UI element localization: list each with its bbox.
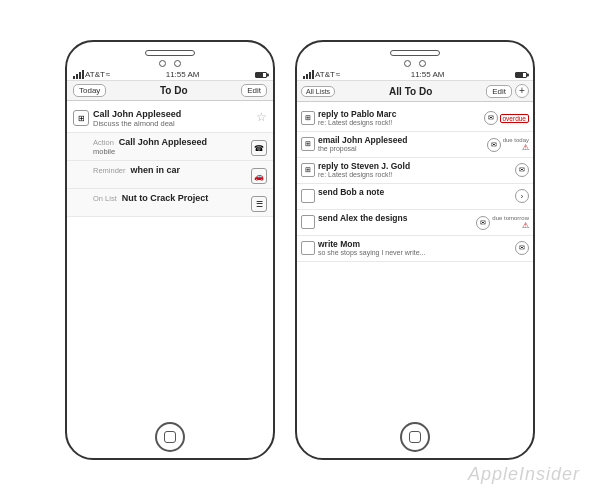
overdue-tag-1: overdue: [500, 114, 530, 123]
star-icon-1: ☆: [256, 111, 267, 123]
rtodo-title-1: reply to Pablo Marc: [318, 109, 481, 119]
cameras-left: [159, 60, 181, 67]
cameras-right: [404, 60, 426, 67]
status-bar-right: AT&T ≈ 11:55 AM: [297, 69, 533, 81]
todo-list-right: ⊞ reply to Pablo Marc re: Latest designs…: [297, 102, 533, 416]
nav-bar-right: All Lists All To Do Edit +: [297, 81, 533, 102]
camera-dot-4: [419, 60, 426, 67]
page-container: AT&T ≈ 11:55 AM Today To Do Edit ⊞ Call …: [0, 0, 600, 500]
wifi-right: ≈: [336, 70, 340, 79]
item-sub-2: mobile: [93, 147, 247, 156]
phone-top-right: [297, 42, 533, 69]
wifi-left: ≈: [106, 70, 110, 79]
phone-top-left: [67, 42, 273, 69]
nav-title-left: To Do: [160, 85, 188, 96]
mail-badge-r2: ✉: [487, 138, 501, 152]
mail-badge-r5: ✉: [476, 216, 490, 230]
battery-right: [515, 72, 527, 78]
back-button-right[interactable]: All Lists: [301, 86, 335, 97]
grid-icon-r1: ⊞: [301, 111, 315, 125]
checkbox-r6[interactable]: [301, 241, 315, 255]
car-icon: 🚗: [251, 168, 267, 184]
edit-button-left[interactable]: Edit: [241, 84, 267, 97]
chevron-badge-r4: ›: [515, 189, 529, 203]
home-inner-left: [164, 431, 176, 443]
speaker-left: [145, 50, 195, 56]
grid-icon-r2: ⊞: [301, 137, 315, 151]
mail-badge-r1: ✉: [484, 111, 498, 125]
item-title-1: Call John Appleseed: [93, 109, 252, 119]
todo-item-1[interactable]: ⊞ Call John Appleseed Discuss the almond…: [67, 105, 273, 133]
item-title-3: when in car: [131, 165, 181, 175]
watermark: AppleInsider: [468, 464, 580, 485]
camera-dot-2: [174, 60, 181, 67]
rtodo-sub-2: the proposal: [318, 145, 484, 152]
battery-left: [255, 72, 267, 78]
action-label: Action: [93, 138, 114, 147]
checkbox-r4[interactable]: [301, 189, 315, 203]
rtodo-title-5: send Alex the designs: [318, 213, 473, 223]
phone-left: AT&T ≈ 11:55 AM Today To Do Edit ⊞ Call …: [65, 40, 275, 460]
signal-bars-left: [73, 70, 84, 79]
rtodo-sub-3: re: Latest designs rock!!: [318, 171, 512, 178]
todo-list-left: ⊞ Call John Appleseed Discuss the almond…: [67, 101, 273, 416]
time-right: 11:55 AM: [411, 70, 445, 79]
phone-icon: ☎: [251, 140, 267, 156]
nav-bar-left: Today To Do Edit: [67, 81, 273, 101]
grid-icon-1: ⊞: [73, 110, 89, 126]
signal-bars-right: [303, 70, 314, 79]
rtodo-item-6[interactable]: write Mom so she stops saying I never wr…: [297, 236, 533, 262]
camera-dot-3: [404, 60, 411, 67]
warn-icon-2: ⚠: [522, 143, 529, 152]
rtodo-sub-1: re: Latest designs rock!!: [318, 119, 481, 126]
camera-dot-1: [159, 60, 166, 67]
status-bar-left: AT&T ≈ 11:55 AM: [67, 69, 273, 81]
onlist-label: On List: [93, 194, 117, 203]
rtodo-item-3[interactable]: ⊞ reply to Steven J. Gold re: Latest des…: [297, 158, 533, 184]
rtodo-item-5[interactable]: send Alex the designs ✉ due tomorrow ⚠: [297, 210, 533, 236]
todo-item-3[interactable]: Reminder when in car 🚗: [67, 161, 273, 189]
rtodo-item-2[interactable]: ⊞ email John Appleseed the proposal ✉ du…: [297, 132, 533, 158]
todo-item-4[interactable]: On List Nut to Crack Project ☰: [67, 189, 273, 217]
carrier-left: AT&T: [85, 70, 105, 79]
rtodo-sub-6: so she stops saying I never write...: [318, 249, 512, 256]
carrier-right: AT&T: [315, 70, 335, 79]
mail-badge-r3: ✉: [515, 163, 529, 177]
rtodo-title-3: reply to Steven J. Gold: [318, 161, 512, 171]
rtodo-item-1[interactable]: ⊞ reply to Pablo Marc re: Latest designs…: [297, 106, 533, 132]
nav-title-right: All To Do: [389, 86, 432, 97]
home-button-right[interactable]: [400, 422, 430, 452]
item-sub-1: Discuss the almond deal: [93, 119, 252, 128]
rtodo-title-2: email John Appleseed: [318, 135, 484, 145]
todo-item-2[interactable]: Action Call John Appleseed mobile ☎: [67, 133, 273, 161]
rtodo-item-4[interactable]: send Bob a note ›: [297, 184, 533, 210]
rtodo-title-6: write Mom: [318, 239, 512, 249]
home-inner-right: [409, 431, 421, 443]
checkbox-r5[interactable]: [301, 215, 315, 229]
speaker-right: [390, 50, 440, 56]
rtodo-title-4: send Bob a note: [318, 187, 512, 197]
plus-button-right[interactable]: +: [515, 84, 529, 98]
phone-right: AT&T ≈ 11:55 AM All Lists All To Do Edit…: [295, 40, 535, 460]
home-button-left[interactable]: [155, 422, 185, 452]
grid-icon-r3: ⊞: [301, 163, 315, 177]
item-title-2: Call John Appleseed: [119, 137, 207, 147]
warn-icon-5: ⚠: [522, 221, 529, 230]
time-left: 11:55 AM: [166, 70, 200, 79]
mail-badge-r6: ✉: [515, 241, 529, 255]
edit-button-right[interactable]: Edit: [486, 85, 512, 98]
item-title-4: Nut to Crack Project: [122, 193, 209, 203]
reminder-label: Reminder: [93, 166, 126, 175]
back-button-left[interactable]: Today: [73, 84, 106, 97]
list-icon-left: ☰: [251, 196, 267, 212]
